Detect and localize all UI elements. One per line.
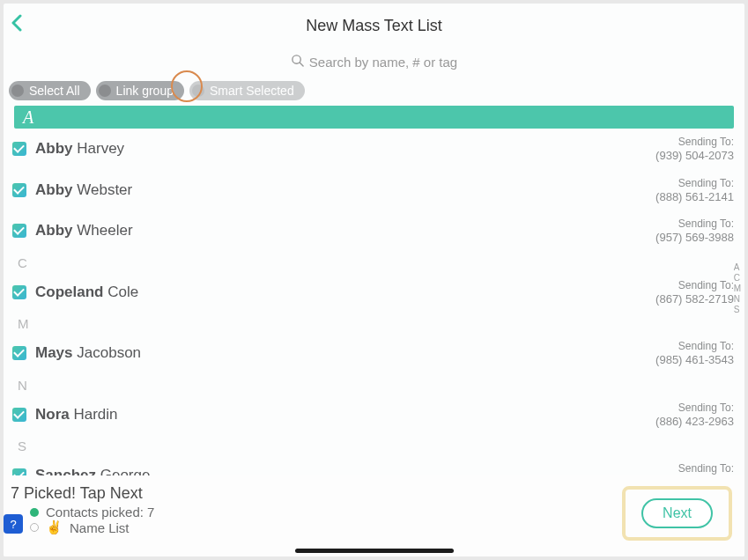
index-letter[interactable]: S: [734, 305, 741, 315]
section-letter-c: C: [9, 252, 739, 272]
tutorial-highlight-box: Next: [622, 486, 732, 541]
footer-name-list-label: Name List: [70, 520, 130, 535]
contact-row[interactable]: Abby Harvey Sending To: (939) 504-2073: [9, 129, 739, 170]
section-letter-s: S: [9, 435, 739, 455]
footer-contacts-count: Contacts picked: 7: [46, 505, 154, 519]
pill-dot-icon: [192, 85, 204, 97]
question-icon: ?: [10, 518, 16, 531]
sending-info: Sending To: (939) 504-2073: [655, 135, 736, 164]
pill-label: Smart Selected: [210, 84, 294, 98]
contact-row[interactable]: Copeland Cole Sending To: (867) 582-2719: [9, 272, 739, 313]
contact-row[interactable]: Nora Hardin Sending To: (886) 423-2963: [9, 394, 739, 436]
search-bar[interactable]: Search by name, # or tag: [4, 48, 744, 76]
sending-info: Sending To: (888) 561-2141: [655, 176, 736, 205]
contact-name: Copeland Cole: [35, 284, 647, 301]
sending-info: Sending To: (957) 569-3988: [655, 217, 736, 246]
search-placeholder: Search by name, # or tag: [309, 55, 457, 70]
index-letter[interactable]: M: [734, 284, 741, 294]
peace-emoji-icon: ✌️: [46, 519, 63, 535]
footer: 7 Picked! Tap Next Contacts picked: 7 ✌️…: [4, 475, 744, 556]
contact-name: Abby Wheeler: [35, 222, 647, 239]
pill-label: Select All: [29, 84, 80, 98]
index-letter[interactable]: A: [734, 262, 741, 273]
section-letter: A: [23, 107, 33, 128]
section-header-a: A: [14, 106, 734, 129]
contact-name: Abby Webster: [35, 181, 647, 199]
sending-info: Sending To: (886) 423-2963: [655, 401, 736, 430]
contact-row[interactable]: Abby Webster Sending To: (888) 561-2141: [9, 170, 739, 211]
select-all-pill[interactable]: Select All: [9, 81, 91, 100]
link-group-pill[interactable]: Link group: [96, 81, 184, 100]
search-icon: [291, 54, 304, 70]
sending-info: Sending To: (867) 582-2719: [655, 278, 736, 307]
checkbox-checked-icon[interactable]: [12, 183, 26, 197]
chevron-left-icon: [11, 14, 23, 32]
pill-dot-icon: [11, 85, 24, 97]
contact-name: Nora Hardin: [35, 406, 647, 424]
svg-line-1: [300, 63, 303, 66]
checkbox-checked-icon[interactable]: [12, 224, 26, 238]
contact-name: Abby Harvey: [35, 140, 647, 158]
home-indicator[interactable]: [295, 549, 454, 553]
app-frame: New Mass Text List Search by name, # or …: [4, 4, 744, 556]
page-title: New Mass Text List: [306, 17, 442, 35]
index-letter[interactable]: C: [734, 273, 741, 284]
index-letter[interactable]: N: [734, 294, 741, 305]
filter-pill-row: Select All Link group Smart Selected: [4, 76, 744, 106]
bullet-filled-icon: [30, 508, 39, 517]
next-button[interactable]: Next: [641, 498, 713, 528]
contact-row[interactable]: Abby Wheeler Sending To: (957) 569-3988: [9, 210, 739, 252]
header: New Mass Text List: [4, 4, 744, 48]
checkbox-checked-icon[interactable]: [12, 142, 26, 156]
contact-list[interactable]: A Abby Harvey Sending To: (939) 504-2073…: [4, 106, 744, 509]
pill-label: Link group: [116, 84, 174, 98]
alpha-index-rail[interactable]: A C M N S: [734, 262, 741, 315]
section-letter-m: M: [9, 313, 739, 333]
contact-name: Mays Jacobson: [35, 344, 647, 362]
bullet-hollow-icon: [30, 523, 39, 532]
checkbox-checked-icon[interactable]: [12, 285, 26, 299]
contact-row[interactable]: Mays Jacobson Sending To: (985) 461-3543: [9, 333, 739, 374]
back-button[interactable]: [11, 14, 23, 37]
section-letter-n: N: [9, 374, 739, 394]
smart-selected-pill[interactable]: Smart Selected: [189, 81, 305, 100]
help-button[interactable]: ?: [4, 514, 23, 534]
checkbox-checked-icon[interactable]: [12, 408, 26, 422]
sending-info: Sending To: (985) 461-3543: [655, 339, 736, 368]
pill-dot-icon: [99, 85, 111, 97]
checkbox-checked-icon[interactable]: [12, 346, 26, 360]
